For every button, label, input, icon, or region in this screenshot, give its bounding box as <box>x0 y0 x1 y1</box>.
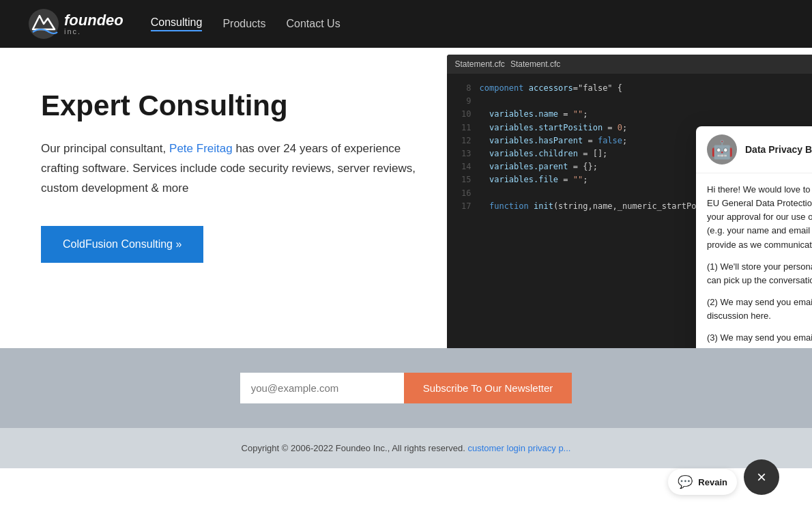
hero-description: Our principal consultant, Pete Freitag h… <box>41 139 420 199</box>
hero-content: Expert Consulting Our principal consulta… <box>0 48 447 348</box>
nav-contact[interactable]: Contact Us <box>287 18 340 30</box>
chat-message-2: (1) We'll store your personal informatio… <box>707 260 812 287</box>
logo-suffix: inc. <box>64 28 124 35</box>
chat-header: 🤖 Data Privacy Bot <box>696 126 812 173</box>
hero-title: Expert Consulting <box>41 89 420 123</box>
newsletter-subscribe-button[interactable]: Subscribe To Our Newsletter <box>404 373 572 403</box>
consultant-link[interactable]: Pete Freitag <box>169 142 233 155</box>
chat-message-3: (2) We may send you emails to follow up … <box>707 296 812 323</box>
nav-consulting[interactable]: Consulting <box>151 16 203 31</box>
chat-bot-name: Data Privacy Bot <box>745 144 812 155</box>
cta-button[interactable]: ColdFusion Consulting » <box>41 226 203 263</box>
robot-icon: 🤖 <box>711 139 733 160</box>
logo-name: foundeo <box>64 13 124 28</box>
footer-copyright: Copyright © 2006-2022 Foundeo Inc., All … <box>242 443 465 453</box>
chat-message-1: Hi there! We would love to talk with you… <box>707 183 812 252</box>
chat-widget: 🤖 Data Privacy Bot Hi there! We would lo… <box>696 126 812 348</box>
footer-customer-login[interactable]: customer login <box>467 443 525 453</box>
chat-avatar: 🤖 <box>707 134 737 165</box>
newsletter-section: Subscribe To Our Newsletter <box>0 348 812 428</box>
chat-messages[interactable]: Hi there! We would love to talk with you… <box>696 173 812 348</box>
hero-section: Expert Consulting Our principal consulta… <box>0 48 812 348</box>
hero-image: Statement.cfc Statement.cfc 8component a… <box>447 48 813 348</box>
footer-privacy[interactable]: privacy p... <box>528 443 571 453</box>
footer: Copyright © 2006-2022 Foundeo Inc., All … <box>0 428 812 468</box>
newsletter-email-input[interactable] <box>240 373 404 403</box>
logo-icon <box>27 8 60 40</box>
description-prefix: Our principal consultant, <box>41 142 166 155</box>
code-tab1: Statement.cfc <box>455 59 505 69</box>
chat-message-4: (3) We may send you emails about our upc… <box>707 331 812 348</box>
navbar: foundeo inc. Consulting Products Contact… <box>0 0 812 48</box>
nav-products[interactable]: Products <box>222 18 265 30</box>
newsletter-form: Subscribe To Our Newsletter <box>240 373 572 403</box>
logo[interactable]: foundeo inc. <box>27 8 124 40</box>
nav-links: Consulting Products Contact Us <box>151 16 340 31</box>
code-header: Statement.cfc Statement.cfc <box>447 55 813 74</box>
code-tab2: Statement.cfc <box>510 59 560 69</box>
